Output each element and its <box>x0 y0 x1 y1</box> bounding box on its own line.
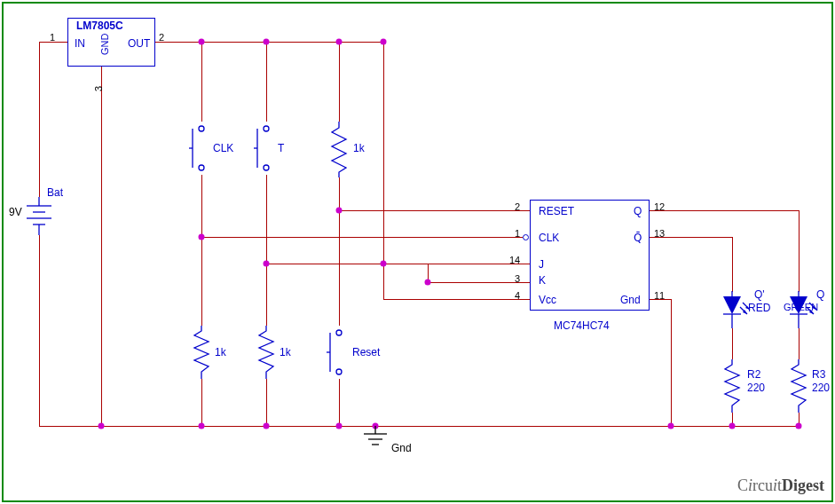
junction-node <box>98 423 105 429</box>
junction-node <box>264 261 270 267</box>
wire <box>339 210 340 326</box>
regulator-gnd: GND <box>99 34 110 55</box>
r3-name: R3 <box>812 368 825 381</box>
ic-pin-gnd: 11 <box>654 290 665 301</box>
r3-value: 220 <box>812 382 830 394</box>
ic-vcc-lbl: Vcc <box>539 294 556 306</box>
resistor-t <box>256 326 276 379</box>
wire <box>39 42 40 197</box>
resistor-clk-value: 1k <box>215 346 226 358</box>
wire <box>201 237 202 326</box>
wire <box>513 299 530 300</box>
svg-point-7 <box>199 165 204 170</box>
pushbutton-t <box>254 122 279 175</box>
svg-point-14 <box>336 330 342 335</box>
regulator-out: OUT <box>128 37 150 50</box>
junction-node <box>796 423 802 429</box>
wire <box>201 175 202 193</box>
wire <box>339 177 340 210</box>
regulator-pin-3: 3 <box>93 86 104 91</box>
wire <box>513 210 530 211</box>
wire <box>428 264 513 264</box>
junction-node <box>336 423 343 429</box>
ic-clk-lbl: CLK <box>539 232 559 244</box>
junction-node <box>425 280 431 286</box>
junction-node <box>199 423 205 429</box>
junction-node <box>381 261 387 267</box>
junction-node <box>199 39 205 45</box>
resistor-r2 <box>722 359 742 413</box>
wire <box>650 210 799 211</box>
ic-reset-lbl: RESET <box>539 205 574 217</box>
wire <box>671 299 672 426</box>
svg-marker-19 <box>723 296 741 314</box>
wire <box>266 175 267 264</box>
junction-node <box>199 234 205 240</box>
junction-node <box>264 423 270 429</box>
led-red-label: RED <box>748 302 770 314</box>
wire <box>339 210 513 211</box>
ic-k-lbl: K <box>539 274 546 287</box>
wire <box>266 379 267 426</box>
resistor-r3 <box>789 359 808 413</box>
wire <box>101 67 102 426</box>
battery-value: 9V <box>9 206 22 218</box>
svg-point-15 <box>336 369 342 374</box>
pushbutton-reset <box>327 326 351 379</box>
r2-value: 220 <box>747 382 765 394</box>
reset-label: Reset <box>352 346 380 358</box>
wire <box>266 42 267 122</box>
wire <box>383 299 513 300</box>
wire <box>513 282 530 283</box>
svg-point-11 <box>264 165 269 170</box>
wire <box>732 328 733 359</box>
wire <box>201 237 513 238</box>
ground-label: Gnd <box>391 442 412 454</box>
clk-label: CLK <box>213 142 233 154</box>
ic-q-lbl: Q <box>634 205 642 217</box>
junction-node <box>668 423 674 429</box>
junction-node <box>336 208 343 214</box>
clk-bubble-icon <box>523 234 529 240</box>
ic-qbar-lbl: Q̄ <box>634 232 642 244</box>
resistor-t-value: 1k <box>280 346 291 358</box>
regulator-name: LM7805C <box>76 20 123 32</box>
ic-gnd-lbl: Gnd <box>620 294 641 306</box>
ic-j-lbl: J <box>539 258 544 271</box>
resistor-clk <box>192 326 211 379</box>
svg-point-10 <box>264 126 269 131</box>
wire <box>201 379 202 426</box>
wire <box>339 379 340 426</box>
wire <box>266 264 267 326</box>
ic-pin-q: 12 <box>654 201 665 212</box>
junction-node <box>336 39 343 45</box>
wire <box>339 42 340 122</box>
wire <box>799 210 800 292</box>
wire <box>39 235 40 426</box>
junction-node <box>264 39 270 45</box>
regulator-pin-2: 2 <box>159 32 164 43</box>
led-green-label: GREEN <box>784 302 818 312</box>
wire <box>266 264 428 264</box>
resistor-pullup <box>329 122 349 177</box>
junction-node <box>729 423 736 429</box>
wire <box>39 426 799 427</box>
battery-label: Bat <box>47 186 63 199</box>
ground-symbol <box>364 426 390 451</box>
junction-node <box>381 39 387 45</box>
wire <box>732 237 733 292</box>
wire <box>799 328 800 359</box>
pushbutton-clk <box>189 122 214 175</box>
led-red-qprime: Q' <box>754 288 765 301</box>
watermark-logo: CircuitDigest <box>737 476 824 495</box>
wire <box>201 193 202 237</box>
wire <box>513 237 523 238</box>
t-label: T <box>278 142 284 154</box>
regulator-in: IN <box>75 37 85 50</box>
led-green-q: Q <box>816 288 824 301</box>
svg-point-6 <box>199 126 204 131</box>
battery-symbol <box>27 197 62 237</box>
wire <box>513 264 530 264</box>
wire <box>155 42 383 43</box>
resistor-pullup-value: 1k <box>353 142 365 154</box>
